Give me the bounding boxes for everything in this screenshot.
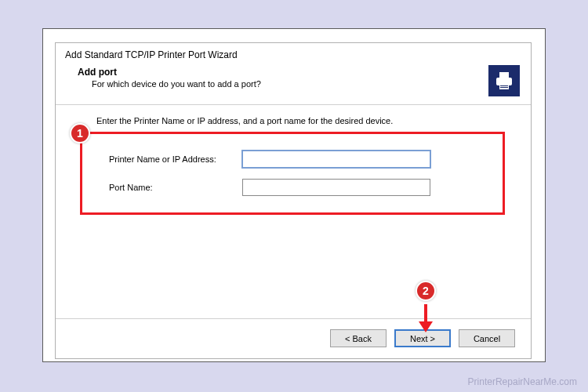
ip-row: Printer Name or IP Address: [109,151,499,168]
svg-rect-4 [500,87,508,88]
annotation-badge-2: 2 [416,281,436,301]
port-label: Port Name: [109,183,242,192]
annotation-arrow [424,304,427,323]
annotation-badge-1: 1 [70,123,90,143]
svg-rect-2 [499,84,509,89]
divider-bottom [56,318,531,319]
instruction-text: Enter the Printer Name or IP address, an… [56,105,531,133]
svg-rect-3 [500,85,508,86]
dialog-title: Add Standard TCP/IP Printer Port Wizard [56,43,531,64]
ip-label: Printer Name or IP Address: [109,154,242,164]
form-area: Printer Name or IP Address: Port Name: [56,133,531,196]
svg-rect-0 [499,72,509,78]
port-row: Port Name: [109,179,499,196]
dialog-header: Add port For which device do you want to… [56,64,531,104]
wizard-dialog: Add Standard TCP/IP Printer Port Wizard … [55,42,532,359]
cancel-button[interactable]: Cancel [459,329,515,347]
ip-address-input[interactable] [242,151,430,168]
back-button[interactable]: < Back [330,329,387,347]
header-title: Add port [78,67,261,78]
watermark: PrinterRepairNearMe.com [468,376,577,387]
header-text: Add port For which device do you want to… [78,65,261,89]
header-subtitle: For which device do you want to add a po… [78,79,261,89]
port-name-input[interactable] [242,179,430,196]
printer-icon [488,65,520,96]
